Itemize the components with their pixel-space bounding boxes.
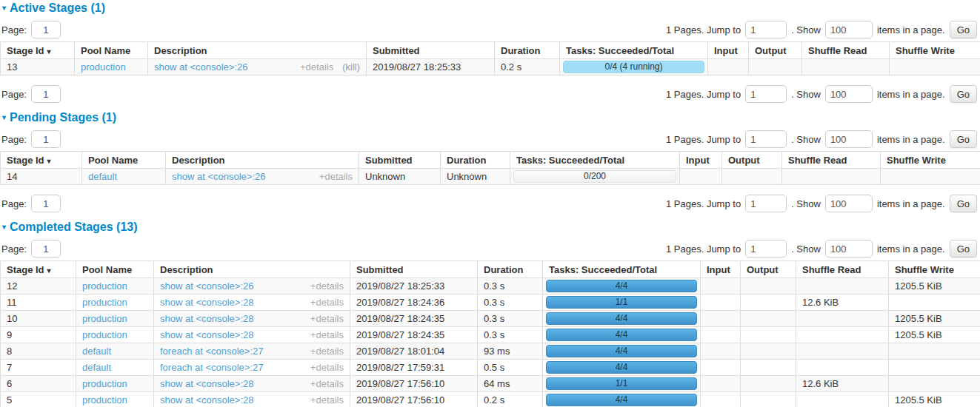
column-header-shuffle-write[interactable]: Shuffle Write: [881, 152, 980, 169]
items-per-page-label: items in a page.: [877, 134, 945, 145]
details-toggle[interactable]: +details: [310, 280, 344, 292]
input-cell: [701, 295, 741, 311]
details-toggle[interactable]: +details: [310, 297, 344, 308]
column-header-stage-id[interactable]: Stage Id▾: [1, 261, 76, 278]
kill-link[interactable]: (kill): [342, 61, 360, 73]
column-header-submitted[interactable]: Submitted: [359, 152, 441, 169]
go-button[interactable]: Go: [950, 240, 977, 258]
show-items-input[interactable]: [825, 195, 873, 212]
jump-to-input[interactable]: [745, 195, 787, 212]
column-label: Output: [747, 264, 779, 275]
column-header-stage-id[interactable]: Stage Id▾: [1, 152, 82, 169]
go-button[interactable]: Go: [950, 21, 977, 38]
column-header-tasks-succeeded-total[interactable]: Tasks: Succeeded/Total: [543, 261, 701, 278]
column-header-description[interactable]: Description: [154, 261, 350, 278]
pool-link[interactable]: default: [82, 346, 111, 357]
description-link[interactable]: show at <console>:28: [160, 329, 253, 340]
description-link[interactable]: show at <console>:28: [160, 297, 253, 308]
page-number-input[interactable]: [31, 85, 61, 103]
column-header-duration[interactable]: Duration: [441, 152, 510, 169]
column-header-shuffle-read[interactable]: Shuffle Read: [796, 261, 889, 278]
column-header-tasks-succeeded-total[interactable]: Tasks: Succeeded/Total: [560, 42, 708, 59]
column-header-submitted[interactable]: Submitted: [350, 261, 478, 278]
output-cell: [741, 327, 796, 343]
pool-name-cell: default: [82, 169, 166, 185]
column-header-input[interactable]: Input: [701, 261, 741, 278]
column-label: Input: [714, 45, 738, 56]
show-items-input[interactable]: [825, 130, 873, 148]
pool-link[interactable]: production: [82, 378, 127, 389]
description-link[interactable]: show at <console>:26: [154, 61, 247, 73]
section-heading-pending-stages[interactable]: ▾ Pending Stages (1): [2, 111, 980, 124]
section-heading-completed-stages[interactable]: ▾ Completed Stages (13): [2, 221, 980, 233]
jump-to-input[interactable]: [745, 130, 787, 148]
shuffle-write-cell: [889, 360, 980, 376]
column-header-shuffle-read[interactable]: Shuffle Read: [782, 152, 881, 169]
page-number-input[interactable]: [31, 195, 61, 212]
jump-to-input[interactable]: [745, 85, 787, 103]
details-toggle[interactable]: +details: [319, 171, 353, 182]
pool-link[interactable]: production: [82, 394, 127, 406]
description-link[interactable]: foreach at <console>:27: [160, 362, 264, 373]
page-number-input[interactable]: [31, 21, 61, 38]
column-header-input[interactable]: Input: [708, 42, 749, 59]
column-header-duration[interactable]: Duration: [495, 42, 560, 59]
column-header-input[interactable]: Input: [680, 152, 722, 169]
description-link[interactable]: show at <console>:26: [172, 171, 265, 182]
column-header-shuffle-write[interactable]: Shuffle Write: [890, 42, 980, 59]
page-number-input[interactable]: [31, 240, 61, 258]
details-toggle[interactable]: +details: [310, 329, 344, 340]
pool-link[interactable]: production: [82, 329, 127, 340]
details-toggle[interactable]: +details: [310, 378, 344, 389]
pool-link[interactable]: default: [82, 362, 111, 373]
pool-link[interactable]: production: [82, 313, 127, 324]
go-button[interactable]: Go: [950, 85, 977, 103]
description-link[interactable]: show at <console>:26: [160, 280, 253, 292]
page-number-input[interactable]: [31, 130, 61, 148]
description-link[interactable]: show at <console>:28: [160, 394, 253, 406]
column-header-duration[interactable]: Duration: [478, 261, 543, 278]
details-toggle[interactable]: +details: [310, 313, 344, 324]
submitted-cell: 2019/08/27 18:25:33: [350, 278, 478, 295]
details-toggle[interactable]: +details: [300, 61, 333, 73]
section-heading-active-stages[interactable]: ▾ Active Stages (1): [2, 1, 980, 14]
show-items-input[interactable]: [825, 240, 873, 258]
column-header-shuffle-write[interactable]: Shuffle Write: [889, 261, 980, 278]
shuffle-read-cell: [796, 392, 889, 407]
jump-to-input[interactable]: [745, 21, 787, 38]
jump-to-input[interactable]: [745, 240, 787, 258]
items-per-page-label: items in a page.: [877, 89, 945, 100]
description-link[interactable]: show at <console>:28: [160, 313, 253, 324]
pool-link[interactable]: production: [82, 297, 127, 308]
column-header-stage-id[interactable]: Stage Id▾: [1, 42, 75, 59]
column-header-output[interactable]: Output: [722, 152, 782, 169]
pool-link[interactable]: production: [81, 61, 126, 73]
details-toggle[interactable]: +details: [310, 362, 344, 373]
column-header-description[interactable]: Description: [148, 42, 367, 59]
column-header-pool-name[interactable]: Pool Name: [82, 152, 166, 169]
description-link[interactable]: foreach at <console>:27: [160, 346, 264, 357]
tasks-cell: 0/4 (4 running): [560, 59, 708, 75]
description-link[interactable]: show at <console>:28: [160, 378, 253, 389]
column-header-pool-name[interactable]: Pool Name: [75, 42, 148, 59]
table-row: 10productionshow at <console>:28+details…: [1, 311, 980, 327]
column-header-tasks-succeeded-total[interactable]: Tasks: Succeeded/Total: [510, 152, 680, 169]
show-items-input[interactable]: [825, 21, 873, 38]
duration-cell: 0.3 s: [478, 327, 543, 343]
pool-link[interactable]: default: [88, 171, 117, 182]
column-header-pool-name[interactable]: Pool Name: [76, 261, 154, 278]
column-label: Output: [728, 155, 760, 166]
go-button[interactable]: Go: [950, 130, 977, 148]
column-label: Stage Id: [7, 264, 44, 275]
details-toggle[interactable]: +details: [310, 394, 344, 406]
details-toggle[interactable]: +details: [310, 346, 344, 357]
column-header-shuffle-read[interactable]: Shuffle Read: [802, 42, 890, 59]
column-header-output[interactable]: Output: [741, 261, 796, 278]
column-header-description[interactable]: Description: [166, 152, 359, 169]
column-header-submitted[interactable]: Submitted: [367, 42, 495, 59]
show-items-input[interactable]: [825, 85, 873, 103]
column-header-output[interactable]: Output: [749, 42, 802, 59]
column-label: Description: [154, 45, 207, 56]
pool-link[interactable]: production: [82, 280, 127, 292]
go-button[interactable]: Go: [950, 195, 977, 212]
